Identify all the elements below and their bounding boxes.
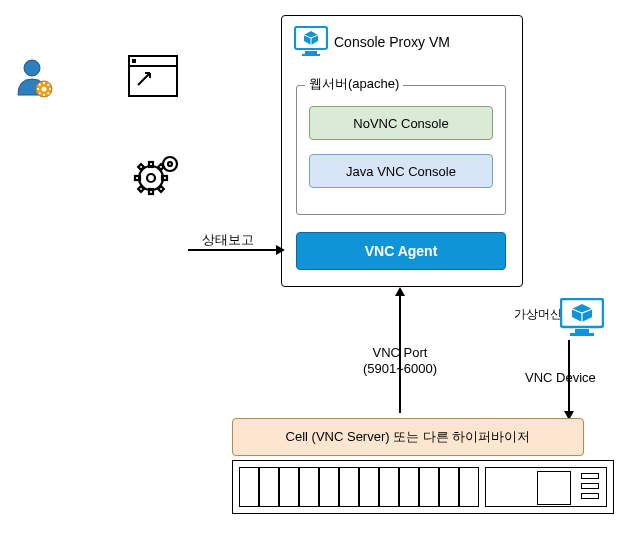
svg-rect-20 [138, 164, 144, 170]
svg-line-8 [48, 93, 50, 95]
status-report-arrowhead [276, 245, 285, 255]
svg-line-9 [39, 93, 41, 95]
svg-rect-16 [149, 162, 153, 167]
novnc-label: NoVNC Console [353, 116, 448, 131]
console-proxy-vm-title: Console Proxy VM [334, 34, 450, 50]
status-report-line [188, 249, 276, 251]
svg-point-24 [163, 157, 177, 171]
svg-point-15 [147, 174, 155, 182]
svg-rect-11 [129, 56, 177, 96]
svg-rect-28 [302, 54, 320, 56]
vnc-port-arrowhead [395, 287, 405, 296]
svg-point-0 [24, 60, 40, 76]
svg-rect-23 [158, 186, 164, 192]
vm-label: 가상머신 [514, 306, 562, 323]
browser-window-icon [128, 55, 178, 100]
svg-rect-13 [132, 59, 136, 63]
gears-icon [128, 150, 184, 209]
svg-rect-22 [138, 186, 144, 192]
vnc-port-label: VNC Port (5901~6000) [340, 345, 460, 376]
svg-rect-31 [570, 333, 594, 336]
vnc-device-label: VNC Device [525, 370, 596, 385]
vnc-port-line2: (5901~6000) [340, 361, 460, 377]
svg-point-25 [168, 162, 172, 166]
javavnc-label: Java VNC Console [346, 164, 456, 179]
svg-point-2 [42, 87, 47, 92]
vm-monitor-icon [560, 298, 604, 341]
novnc-console-box: NoVNC Console [309, 106, 493, 140]
vnc-port-line1: VNC Port [340, 345, 460, 361]
server-hardware-icon [232, 460, 614, 514]
vnc-agent-box: VNC Agent [296, 232, 506, 270]
svg-rect-19 [162, 176, 167, 180]
vnc-agent-label: VNC Agent [365, 243, 438, 259]
webserver-legend: 웹서버(apache) [305, 75, 403, 93]
svg-line-10 [48, 84, 50, 86]
svg-rect-30 [575, 329, 589, 333]
svg-line-7 [39, 84, 41, 86]
svg-rect-27 [305, 51, 317, 54]
user-admin-icon [14, 55, 60, 104]
monitor-cube-icon [294, 26, 328, 61]
cell-label: Cell (VNC Server) 또는 다른 하이퍼바이저 [286, 428, 531, 446]
svg-rect-18 [135, 176, 140, 180]
svg-rect-17 [149, 189, 153, 194]
cell-box: Cell (VNC Server) 또는 다른 하이퍼바이저 [232, 418, 584, 456]
status-report-label: 상태보고 [198, 231, 258, 249]
webserver-box: 웹서버(apache) NoVNC Console Java VNC Conso… [296, 85, 506, 215]
java-vnc-console-box: Java VNC Console [309, 154, 493, 188]
